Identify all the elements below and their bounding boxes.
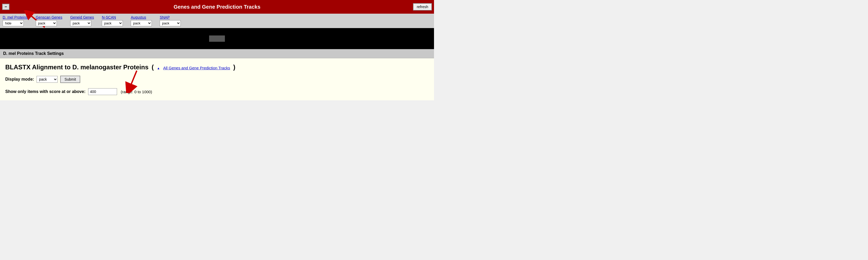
section-header: D. mel Proteins Track Settings (0, 49, 434, 58)
track-select-snap[interactable]: hide dense pack full (160, 20, 181, 26)
track-item-augustus: Augustus hide dense pack full (131, 15, 152, 26)
score-input[interactable] (88, 88, 117, 95)
submit-button[interactable]: Submit (60, 76, 80, 83)
viz-area (0, 28, 434, 49)
tracks-row: D. mel Proteins hide dense pack full Gen… (0, 14, 434, 28)
track-item-n-scan: N-SCAN hide dense pack full (102, 15, 123, 26)
score-row: Show only items with score at or above: … (5, 88, 429, 95)
all-tracks-link[interactable]: All Genes and Gene Prediction Tracks (163, 66, 230, 70)
header-bar: − Genes and Gene Prediction Tracks refre… (0, 0, 434, 14)
score-label: Show only items with score at or above: (5, 89, 86, 94)
header-left: − (2, 4, 9, 10)
all-tracks-paren: ( (152, 64, 154, 71)
track-link-geneid-genes[interactable]: Geneid Genes (70, 15, 94, 20)
track-item-genscan-genes: Genscan Genes hide dense pack full (36, 15, 62, 26)
display-mode-row: Display mode: hide dense pack full Submi… (5, 76, 429, 83)
track-select-augustus[interactable]: hide dense pack full (131, 20, 152, 26)
track-link-snap[interactable]: SNAP (160, 15, 169, 20)
all-tracks-paren-close: ) (233, 64, 236, 71)
track-item-snap: SNAP hide dense pack full (160, 15, 181, 26)
main-content: BLASTX Alignment to D. melanogaster Prot… (0, 58, 434, 100)
track-select-n-scan[interactable]: hide dense pack full (102, 20, 123, 26)
track-item-geneid-genes: Geneid Genes hide dense pack full (70, 15, 94, 26)
track-select-d-mel-proteins[interactable]: hide dense pack full (3, 20, 24, 26)
svg-line-3 (129, 71, 137, 90)
track-item-d-mel-proteins: D. mel Proteins hide dense pack full (3, 15, 28, 26)
track-link-augustus[interactable]: Augustus (131, 15, 146, 20)
header-right: refresh (413, 3, 432, 10)
display-mode-select[interactable]: hide dense pack full (37, 76, 58, 83)
header-title: Genes and Gene Prediction Tracks (174, 4, 260, 10)
track-select-genscan-genes[interactable]: hide dense pack full (36, 20, 57, 26)
viz-bar (209, 35, 225, 42)
page-title-container: BLASTX Alignment to D. melanogaster Prot… (5, 64, 429, 71)
minimize-button[interactable]: − (2, 4, 9, 10)
track-link-n-scan[interactable]: N-SCAN (102, 15, 116, 20)
display-mode-label: Display mode: (5, 77, 34, 82)
refresh-button[interactable]: refresh (413, 3, 432, 10)
triangle-icon: ▲ (157, 67, 160, 70)
red-arrow-score-icon (121, 69, 142, 93)
track-select-geneid-genes[interactable]: hide dense pack full (70, 20, 91, 26)
track-link-genscan-genes[interactable]: Genscan Genes (36, 15, 62, 20)
